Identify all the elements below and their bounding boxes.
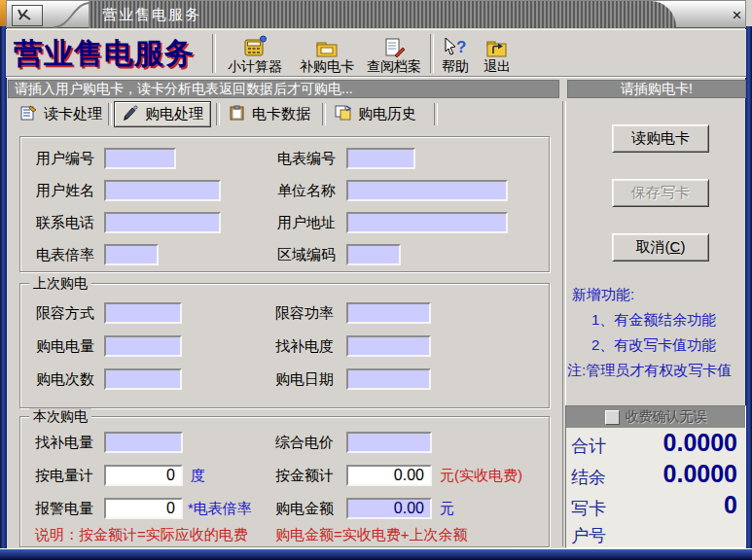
limit-power-input[interactable] [346,302,431,324]
save-write-card-button: 保存写卡 [612,179,709,207]
cancel-label-prefix: 取消( [636,238,670,255]
combined-price-label: 综合电价 [275,432,334,453]
tab-card-data[interactable]: 电卡数据 [222,101,317,127]
tab-card-data-label: 电卡数据 [252,105,310,123]
user-no-input[interactable] [104,148,176,169]
close-button[interactable]: × [727,5,747,24]
alarm-qty-unit: *电表倍率 [188,498,252,519]
clipboard-icon [229,105,246,123]
by-quantity-label: 按电量计 [35,465,93,486]
summary-panel: 收费确认无误 合计 0.0000 结余 0.0000 写卡 0 户号 [565,405,746,548]
total-value: 0.0000 [663,429,737,457]
write-card-value: 0 [724,491,737,519]
purchase-amount-input[interactable] [346,498,432,519]
exit-icon [485,33,509,58]
by-amount-input[interactable] [346,465,432,486]
exit-label: 退出 [483,58,511,76]
limit-power-label: 限容功率 [275,302,334,324]
confirm-checkbox[interactable] [605,410,620,425]
tab-purchase-label: 购电处理 [145,105,203,123]
energy-label: 购电电量 [36,335,94,357]
toolbar-separator [430,34,434,73]
svg-text:?: ? [456,38,466,56]
by-quantity-input[interactable] [104,465,183,486]
purchase-pen-icon [122,105,139,123]
history-pages-icon [335,105,352,123]
cancel-label-key: C [670,238,681,255]
note-by-amount: 说明：按金额计=实际应收的电费 [35,526,248,544]
balance-value: 0.0000 [663,460,737,488]
combined-price-input[interactable] [346,432,432,453]
tab-history[interactable]: 购电历史 [328,101,423,127]
exit-button[interactable]: 退出 [478,32,517,76]
note-purchase-amount: 购电金额=实收电费+上次余额 [275,526,468,544]
purchase-date-label: 购电日期 [275,368,334,390]
calculator-icon [242,33,268,58]
offset-degree-input[interactable] [346,335,431,357]
window-border-left [0,26,7,553]
meter-rate-label: 电表倍率 [36,244,94,265]
account-no-label: 户号 [571,524,606,547]
app-window: 营业售电服务 × 营业售电服务 小计算器 [0,0,752,560]
meter-rate-input[interactable] [104,244,159,265]
write-card-label: 写卡 [571,497,606,520]
window-title: 营业售电服务 [102,6,201,24]
repurchase-card-button[interactable]: 补购电卡 [292,32,362,76]
phone-label: 联系电话 [36,212,94,233]
calculator-button[interactable]: 小计算器 [220,32,290,76]
read-card-button[interactable]: 读购电卡 [612,124,709,153]
last-purchase-title: 上次购电 [29,275,91,293]
unit-name-input[interactable] [346,180,508,201]
alarm-qty-input[interactable] [104,498,183,519]
purchase-date-input[interactable] [346,368,431,390]
offset-degree-label: 找补电度 [275,335,334,357]
tab-purchase[interactable]: 购电处理 [114,101,211,127]
offset-qty-input[interactable] [104,432,183,453]
app-title: 营业售电服务 [14,34,195,74]
view-archives-label: 查阅档案 [367,58,421,76]
tab-separator [108,103,112,125]
tab-separator [434,103,438,125]
offset-qty-label: 找补电量 [35,432,93,453]
cancel-label-suffix: ) [680,238,685,255]
balance-label: 结余 [571,466,606,489]
phone-input[interactable] [104,212,221,233]
feature-item-1: 1、有金额结余功能 [591,311,716,330]
status-bar: 请插入用户购电卡，读卡分析电表返回数据后才可购电... [8,80,559,98]
area-code-label: 区域编码 [277,244,336,265]
limit-mode-input[interactable] [104,302,182,324]
purchase-times-label: 购电次数 [36,368,94,390]
current-purchase-title: 本次购电 [29,408,91,426]
tab-read-card[interactable]: 读卡处理 [14,101,109,127]
help-icon: ? [443,33,468,58]
meter-no-label: 电表编号 [277,148,336,169]
toolbar: 营业售电服务 小计算器 [6,29,746,77]
repurchase-card-label: 补购电卡 [300,58,354,76]
tab-history-label: 购电历史 [358,105,416,123]
energy-input[interactable] [104,335,182,357]
titlebar-swoosh [52,1,92,28]
by-quantity-unit: 度 [191,465,205,486]
user-name-label: 用户姓名 [36,180,94,201]
purchase-times-input[interactable] [104,368,182,390]
help-button[interactable]: ? 帮助 [435,32,476,76]
view-archives-button[interactable]: 查阅档案 [362,32,426,76]
window-border-right [745,26,752,553]
features-title: 新增功能: [572,286,634,304]
address-input[interactable] [346,212,508,233]
unit-name-label: 单位名称 [277,180,336,201]
tab-separator [322,103,326,125]
user-name-input[interactable] [104,180,221,201]
alarm-qty-label: 报警电量 [35,498,93,519]
toolbar-separator [212,34,216,73]
confirm-checkbox-label: 收费确认无误 [626,408,707,426]
help-label: 帮助 [442,58,469,76]
feature-note: 注:管理员才有权改写卡值 [567,362,732,380]
feature-item-2: 2、有改写卡值功能 [591,336,716,355]
area-code-input[interactable] [346,244,401,265]
tab-read-card-label: 读卡处理 [44,105,102,123]
meter-no-input[interactable] [346,148,415,169]
cancel-button[interactable]: 取消(C) [612,233,709,262]
card-prompt-header: 请插购电卡! [567,80,746,98]
read-card-icon [20,105,38,123]
